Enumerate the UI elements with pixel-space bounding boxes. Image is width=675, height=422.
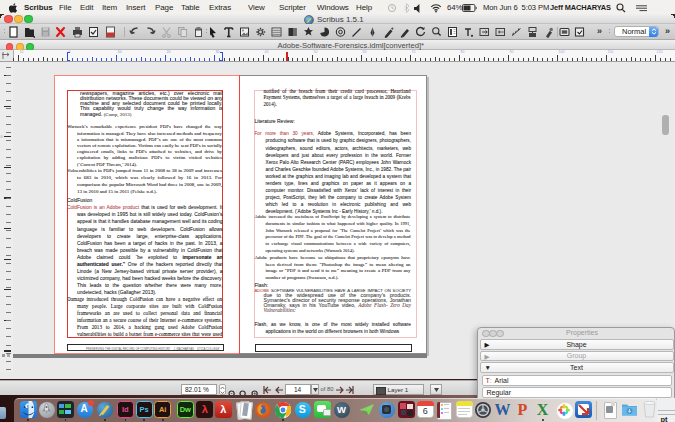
svg-text:W: W [494,401,510,418]
svg-text:P: P [518,401,528,418]
svg-text:X: X [537,401,549,418]
